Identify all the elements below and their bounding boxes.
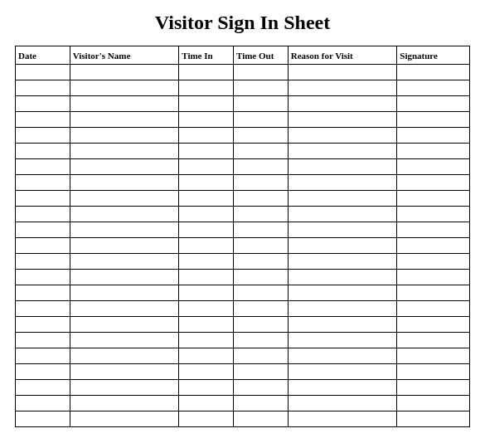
table-cell bbox=[234, 175, 289, 191]
table-cell bbox=[397, 396, 470, 411]
table-cell bbox=[397, 222, 470, 238]
table-row bbox=[16, 270, 470, 285]
table-cell bbox=[179, 396, 234, 411]
table-cell bbox=[234, 238, 289, 254]
table-cell bbox=[16, 80, 70, 96]
table-cell bbox=[397, 96, 470, 112]
table-row bbox=[16, 65, 470, 80]
table-cell bbox=[16, 112, 70, 128]
table-cell bbox=[179, 238, 234, 254]
table-row bbox=[16, 159, 470, 175]
table-row bbox=[16, 301, 470, 317]
table-cell bbox=[16, 175, 70, 191]
table-cell bbox=[288, 348, 397, 364]
table-cell bbox=[397, 317, 470, 333]
table-cell bbox=[234, 285, 289, 301]
table-cell bbox=[397, 254, 470, 270]
table-row bbox=[16, 380, 470, 396]
table-cell bbox=[288, 159, 397, 175]
table-cell bbox=[397, 301, 470, 317]
table-cell bbox=[397, 191, 470, 207]
table-cell bbox=[70, 301, 179, 317]
table-cell bbox=[179, 175, 234, 191]
table-cell bbox=[179, 222, 234, 238]
table-cell bbox=[234, 411, 289, 427]
table-header-row: Date Visitor's Name Time In Time Out Rea… bbox=[16, 46, 470, 65]
table-cell bbox=[234, 207, 289, 222]
table-cell bbox=[16, 301, 70, 317]
table-cell bbox=[234, 191, 289, 207]
table-cell bbox=[70, 191, 179, 207]
table-cell bbox=[16, 396, 70, 411]
table-cell bbox=[288, 191, 397, 207]
table-cell bbox=[16, 191, 70, 207]
table-cell bbox=[288, 396, 397, 411]
table-cell bbox=[288, 333, 397, 348]
table-cell bbox=[70, 380, 179, 396]
table-cell bbox=[70, 333, 179, 348]
table-cell bbox=[179, 254, 234, 270]
table-cell bbox=[288, 65, 397, 80]
table-cell bbox=[288, 254, 397, 270]
table-cell bbox=[288, 112, 397, 128]
table-cell bbox=[288, 207, 397, 222]
table-cell bbox=[179, 285, 234, 301]
table-row bbox=[16, 175, 470, 191]
col-signature: Signature bbox=[397, 46, 470, 65]
table-cell bbox=[179, 112, 234, 128]
table-cell bbox=[70, 222, 179, 238]
table-cell bbox=[179, 159, 234, 175]
table-cell bbox=[288, 80, 397, 96]
table-cell bbox=[179, 364, 234, 380]
signin-table: Date Visitor's Name Time In Time Out Rea… bbox=[15, 46, 470, 427]
table-cell bbox=[16, 270, 70, 285]
table-cell bbox=[397, 364, 470, 380]
table-cell bbox=[70, 175, 179, 191]
table-row bbox=[16, 317, 470, 333]
table-cell bbox=[288, 144, 397, 159]
table-row bbox=[16, 80, 470, 96]
table-cell bbox=[70, 96, 179, 112]
table-cell bbox=[234, 96, 289, 112]
table-cell bbox=[397, 65, 470, 80]
table-cell bbox=[16, 128, 70, 144]
table-cell bbox=[179, 317, 234, 333]
table-row bbox=[16, 411, 470, 427]
table-cell bbox=[16, 65, 70, 80]
table-cell bbox=[70, 317, 179, 333]
table-cell bbox=[288, 317, 397, 333]
table-cell bbox=[397, 411, 470, 427]
table-cell bbox=[234, 80, 289, 96]
table-cell bbox=[288, 380, 397, 396]
table-cell bbox=[397, 175, 470, 191]
table-cell bbox=[16, 222, 70, 238]
table-cell bbox=[288, 270, 397, 285]
table-cell bbox=[16, 207, 70, 222]
table-cell bbox=[16, 317, 70, 333]
table-cell bbox=[288, 364, 397, 380]
table-cell bbox=[179, 348, 234, 364]
table-cell bbox=[234, 301, 289, 317]
table-cell bbox=[397, 207, 470, 222]
table-row bbox=[16, 112, 470, 128]
table-row bbox=[16, 222, 470, 238]
table-cell bbox=[288, 222, 397, 238]
table-cell bbox=[179, 144, 234, 159]
table-cell bbox=[397, 128, 470, 144]
table-cell bbox=[16, 96, 70, 112]
table-cell bbox=[179, 65, 234, 80]
col-time-out: Time Out bbox=[234, 46, 289, 65]
table-cell bbox=[397, 238, 470, 254]
table-cell bbox=[288, 128, 397, 144]
table-row bbox=[16, 348, 470, 364]
table-cell bbox=[397, 348, 470, 364]
table-cell bbox=[70, 207, 179, 222]
table-cell bbox=[234, 348, 289, 364]
table-cell bbox=[397, 144, 470, 159]
table-cell bbox=[70, 80, 179, 96]
table-cell bbox=[70, 270, 179, 285]
table-cell bbox=[16, 348, 70, 364]
table-cell bbox=[397, 80, 470, 96]
table-cell bbox=[234, 364, 289, 380]
table-cell bbox=[234, 380, 289, 396]
